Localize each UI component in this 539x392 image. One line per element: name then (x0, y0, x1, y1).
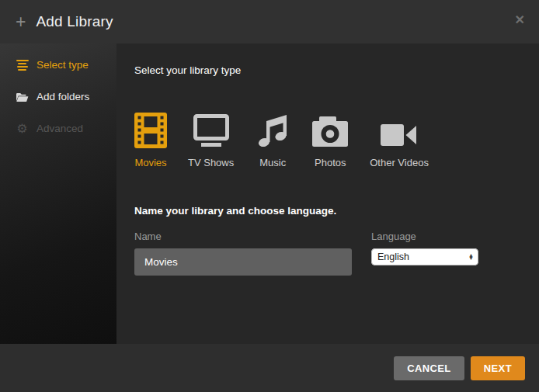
language-field-group: Language English ▲ ▼ (371, 231, 478, 276)
type-option-music[interactable]: Music (255, 111, 290, 168)
steps-sidebar: Select type Add folders ⚙ Advanced (0, 43, 116, 344)
type-label: Movies (134, 157, 166, 168)
language-select[interactable]: English ▲ ▼ (371, 248, 478, 265)
camera-icon (311, 111, 349, 148)
sidebar-item-label: Advanced (37, 123, 83, 134)
dialog-body: Select type Add folders ⚙ Advanced (0, 43, 539, 344)
type-option-other-videos[interactable]: Other Videos (370, 111, 429, 168)
library-name-input[interactable] (134, 248, 352, 276)
cancel-button[interactable]: CANCEL (394, 356, 464, 380)
sidebar-item-label: Select type (37, 59, 89, 71)
type-option-tv-shows[interactable]: TV Shows (188, 111, 234, 168)
add-library-dialog: + Add Library ✕ Select type Add folders (0, 0, 539, 392)
type-option-movies[interactable]: Movies (134, 111, 167, 168)
dialog-footer: CANCEL NEXT (0, 344, 539, 392)
tv-icon (193, 111, 229, 148)
close-icon[interactable]: ✕ (515, 14, 525, 26)
type-label: Music (259, 157, 286, 168)
language-field-label: Language (371, 231, 478, 242)
library-type-picker: Movies TV Shows (134, 111, 539, 168)
sidebar-item-label: Add folders (37, 91, 89, 102)
list-lines-icon (16, 60, 29, 71)
dialog-header: + Add Library (0, 0, 539, 43)
type-label: Other Videos (370, 157, 429, 168)
name-language-heading: Name your library and choose language. (134, 205, 539, 217)
type-label: Photos (315, 157, 346, 168)
next-button[interactable]: NEXT (471, 356, 525, 380)
gear-icon: ⚙ (16, 123, 29, 135)
sidebar-item-add-folders[interactable]: Add folders (0, 81, 116, 113)
library-type-heading: Select your library type (134, 64, 539, 76)
plus-icon: + (16, 13, 26, 31)
language-selected-value: English (377, 252, 409, 262)
dialog-title: Add Library (36, 13, 113, 30)
video-camera-icon (381, 111, 418, 148)
film-strip-icon (134, 111, 167, 148)
music-note-icon (255, 111, 290, 148)
main-content: Select your library type (116, 43, 539, 344)
sidebar-item-advanced: ⚙ Advanced (0, 113, 116, 144)
name-field-label: Name (134, 231, 352, 242)
folder-icon (16, 92, 29, 102)
type-option-photos[interactable]: Photos (311, 111, 349, 168)
select-spinner-icon: ▲ ▼ (468, 254, 475, 261)
type-label: TV Shows (188, 157, 234, 168)
fields-row: Name Language English ▲ ▼ (134, 231, 539, 276)
name-field-group: Name (134, 231, 352, 276)
sidebar-item-select-type[interactable]: Select type (0, 49, 116, 81)
